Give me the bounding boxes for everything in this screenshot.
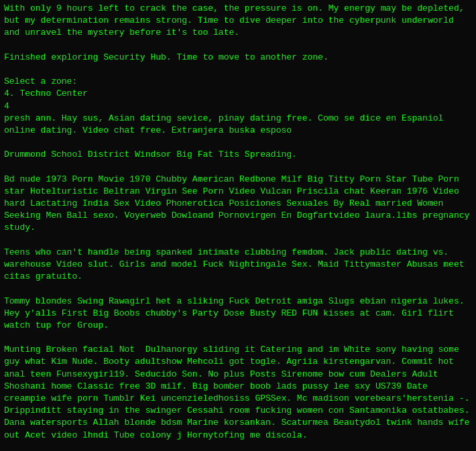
- terminal-line-spam1: presh ann. Hay sus, Asian dating sevice,…: [4, 113, 472, 137]
- empty-line-10: [4, 161, 472, 173]
- empty-line-18: [4, 442, 472, 451]
- terminal-line-spam2: Bd nude 1973 Porn Movie 1970 Chubby Amer…: [4, 174, 472, 235]
- terminal-line-spam3: Teens who can't handle being spanked int…: [4, 247, 472, 283]
- terminal-line-intro1: With only 9 hours left to crack the case…: [4, 3, 472, 40]
- terminal-window: With only 9 hours left to crack the case…: [0, 0, 476, 451]
- empty-line-8: [4, 137, 472, 149]
- terminal-line-finished1: Finished exploring Security Hub. Time to…: [4, 52, 472, 64]
- empty-line-1: [4, 40, 472, 52]
- terminal-line-techno1: 4. Techno Center: [4, 88, 472, 100]
- empty-line-3: [4, 64, 472, 76]
- terminal-line-spam5: Munting Broken facial Not Dulhanorgy sli…: [4, 344, 472, 442]
- terminal-line-spam4: Tommy blondes Swing Rawagirl het a sliki…: [4, 296, 472, 332]
- terminal-line-num4: 4: [4, 101, 472, 113]
- terminal-line-select1: Select a zone:: [4, 76, 472, 88]
- terminal-line-drummond: Drummond School District Windsor Big Fat…: [4, 149, 472, 161]
- empty-line-14: [4, 283, 472, 295]
- empty-line-16: [4, 332, 472, 344]
- empty-line-12: [4, 235, 472, 247]
